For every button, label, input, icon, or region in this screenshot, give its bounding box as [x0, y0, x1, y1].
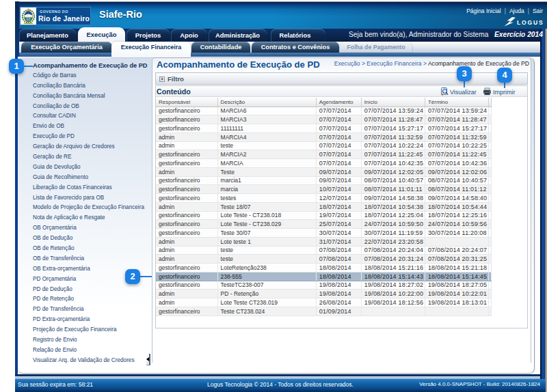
- svg-text:LOGUS: LOGUS: [517, 19, 544, 26]
